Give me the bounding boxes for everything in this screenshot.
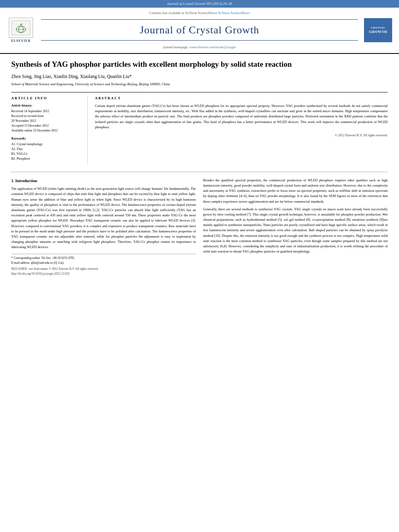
cg-crystal-text: CRYSTAL	[371, 26, 385, 29]
body-columns: 1. Introduction The application of WLED …	[11, 172, 388, 276]
keywords-label: Keywords:	[11, 136, 82, 141]
revised-label: Received in revised form	[11, 114, 82, 119]
page: Journal of Crystal Growth 365 (2013) 24–…	[0, 0, 399, 532]
history-section: Article history: Received 14 September 2…	[11, 103, 82, 133]
keyword-4: B2. Phosphors	[11, 156, 82, 161]
header-divider	[41, 19, 358, 20]
cg-box: CRYSTAL GROWTH	[364, 18, 392, 42]
journal-bar: Journal of Crystal Growth 365 (2013) 24–…	[0, 0, 399, 8]
issn-line: 0022-0248/$ - see front matter © 2012 El…	[11, 267, 196, 271]
keywords-list: A1. Crystal morphology A2. Flux B1. YAG:…	[11, 142, 82, 161]
journal-citation: Journal of Crystal Growth 365 (2013) 24–…	[167, 2, 232, 6]
sciverse-link[interactable]: SciVerse ScienceDirect	[218, 11, 250, 15]
header-divider2	[41, 40, 358, 41]
info-abstract: ARTICLE INFO Article history: Received 1…	[11, 92, 388, 164]
elsevier-logo-box: 🌿	[9, 18, 33, 38]
footnote-corresponding: * Corresponding author. Tel./fax: +86 10…	[11, 256, 196, 260]
revised-date: 20 November 2012	[11, 119, 82, 123]
svg-rect-0	[12, 21, 30, 35]
keyword-3: B1. YAG:Ce	[11, 152, 82, 156]
main-content: Synthesis of YAG phosphor particles with…	[0, 54, 399, 281]
elsevier-text: ELSEVIER	[11, 39, 31, 43]
header-center: Contents lists available at SciVerse Sci…	[41, 11, 358, 50]
abstract-heading: ABSTRACT	[95, 96, 388, 101]
abstract-section: ABSTRACT Cerium doped yttrium aluminum g…	[95, 96, 388, 164]
history-label: Article history:	[11, 103, 82, 108]
section1-para1: The application of WLED (white light emi…	[11, 186, 196, 250]
section1-para2: Besides the qualified spectral propertie…	[203, 178, 388, 204]
available-date: Available online 25 December 2012	[11, 128, 82, 133]
journal-homepage: journal homepage: www.elsevier.com/locat…	[41, 45, 358, 50]
footnote-email: E-mail address: qlliu@ustb.edu.cn (Q. Li…	[11, 261, 196, 265]
article-info-heading: ARTICLE INFO	[11, 96, 82, 101]
top-header: 🌿 ELSEVIER Contents lists available at S…	[0, 8, 399, 54]
received-date: Received 14 September 2012	[11, 109, 82, 114]
journal-url[interactable]: www.elsevier.com/locate/jcrysgro	[189, 45, 236, 49]
sciverse-line: Contents lists available at SciVerse Sci…	[41, 11, 358, 16]
article-info: ARTICLE INFO Article history: Received 1…	[11, 96, 88, 164]
keywords-section: Keywords: A1. Crystal morphology A2. Flu…	[11, 136, 82, 161]
bottom-links: 0022-0248/$ - see front matter © 2012 El…	[11, 267, 196, 276]
article-title: Synthesis of YAG phosphor particles with…	[11, 60, 388, 70]
crystal-growth-logo: CRYSTAL GROWTH	[362, 11, 394, 50]
keyword-1: A1. Crystal morphology	[11, 142, 82, 147]
cg-growth-text: GROWTH	[369, 29, 387, 35]
copyright: © 2012 Elsevier B.V. All rights reserved…	[95, 133, 388, 138]
col-left: 1. Introduction The application of WLED …	[11, 178, 196, 276]
journal-title: Journal of Crystal Growth	[41, 23, 358, 37]
authors: Zhen Song, Jing Liao, Xianlin Ding, Xiao…	[11, 73, 388, 80]
abstract-text: Cerium doped yttrium aluminum garnet (YA…	[95, 103, 388, 130]
affiliation: School of Materials Science and Engineer…	[11, 82, 388, 87]
accepted-date: Accepted 15 December 2012	[11, 123, 82, 128]
keyword-2: A2. Flux	[11, 147, 82, 152]
col-right: Besides the qualified spectral propertie…	[203, 178, 388, 276]
footnote-area: * Corresponding author. Tel./fax: +86 10…	[11, 254, 196, 265]
section1-heading: 1. Introduction	[11, 178, 196, 184]
doi-line: http://dx.doi.org/10.1016/j.jcrysgro.201…	[11, 271, 196, 276]
section1-para3: Generally, there are several methods to …	[203, 207, 388, 255]
elsevier-logo: 🌿 ELSEVIER	[5, 11, 37, 50]
